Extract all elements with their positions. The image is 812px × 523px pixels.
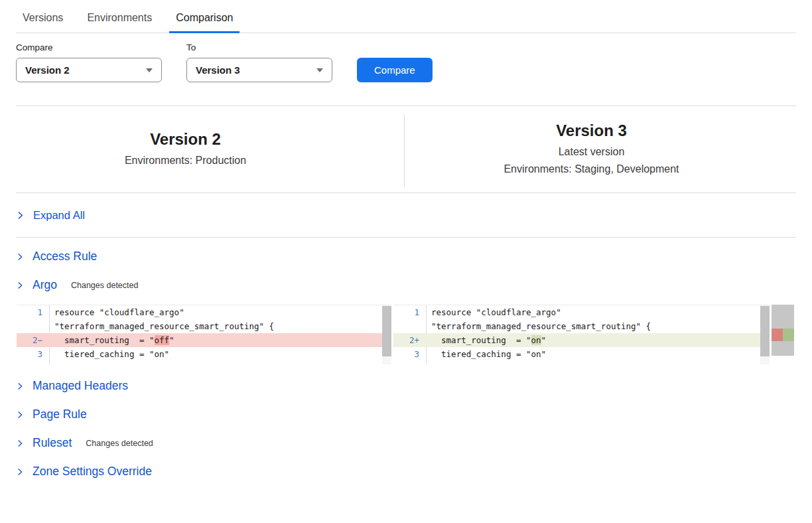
expand-all-label: Expand All — [33, 209, 85, 222]
code-text: } — [50, 361, 60, 364]
vertical-divider — [404, 115, 405, 187]
chevron-right-icon — [16, 281, 24, 289]
tab-bar: Versions Environments Comparison — [16, 0, 796, 33]
diff-line: } — [393, 361, 770, 364]
version-header-right: Version 3 Latest version Environments: S… — [404, 121, 812, 178]
line-number — [393, 361, 427, 364]
chevron-right-icon — [16, 253, 24, 261]
diff-line: } — [17, 361, 391, 364]
chevron-down-icon — [146, 68, 153, 72]
changes-detected-badge: Changes detected — [86, 439, 153, 448]
line-number — [17, 361, 50, 364]
version-left-title: Version 2 — [16, 130, 355, 149]
diff-line: 3 tiered_caching = "on" — [17, 347, 391, 361]
section-ruleset[interactable]: Ruleset Changes detected — [16, 429, 796, 457]
tab-versions[interactable]: Versions — [16, 9, 70, 33]
code-text: tiered_caching = "on" — [50, 347, 169, 361]
diff-minimap[interactable] — [772, 305, 794, 364]
chevron-down-icon — [316, 68, 323, 72]
minimap-added-marker — [783, 329, 794, 341]
line-number: 2+ — [393, 333, 427, 347]
compare-button[interactable]: Compare — [357, 58, 433, 82]
section-zone-settings-override[interactable]: Zone Settings Override — [16, 457, 796, 486]
argo-diff: 1resource "cloudflare_argo""terraform_ma… — [17, 305, 812, 364]
line-number: 1 — [17, 305, 50, 319]
to-version-value: Version 3 — [196, 64, 240, 76]
line-number — [17, 319, 50, 333]
version-right-environments: Environments: Staging, Development — [404, 161, 779, 178]
comparison-page: Versions Environments Comparison Compare… — [0, 0, 812, 523]
diff-panel-left[interactable]: 1resource "cloudflare_argo""terraform_ma… — [17, 305, 391, 364]
line-number: 3 — [393, 347, 427, 361]
compare-version-select[interactable]: Version 2 — [16, 58, 162, 82]
diff-line: 2+ smart_routing = "on" — [393, 333, 770, 347]
code-text: } — [427, 361, 437, 364]
to-label: To — [186, 42, 332, 52]
section-argo[interactable]: Argo Changes detected — [16, 271, 796, 299]
diff-panel-right[interactable]: 1resource "cloudflare_argo""terraform_ma… — [393, 305, 770, 364]
changes-detected-badge: Changes detected — [71, 281, 138, 290]
tab-environments[interactable]: Environments — [80, 9, 159, 33]
to-version-select[interactable]: Version 3 — [186, 58, 332, 82]
code-text: tiered_caching = "on" — [427, 347, 546, 361]
version-right-latest: Latest version — [404, 143, 779, 161]
code-text: smart_routing = "on" — [427, 333, 546, 347]
diff-line: 3 tiered_caching = "on" — [393, 347, 770, 361]
section-label: Access Rule — [33, 250, 97, 263]
section-page-rule[interactable]: Page Rule — [16, 400, 796, 429]
diff-line: 2− smart_routing = "off" — [17, 333, 391, 347]
section-label: Zone Settings Override — [33, 465, 152, 479]
diff-line: "terraform_managed_resource_smart_routin… — [17, 319, 391, 333]
diff-line: "terraform_managed_resource_smart_routin… — [393, 319, 770, 333]
tab-comparison[interactable]: Comparison — [169, 9, 239, 33]
code-text: resource "cloudflare_argo" — [427, 305, 561, 319]
line-number: 2− — [17, 333, 50, 347]
code-text: smart_routing = "off" — [50, 333, 174, 347]
scrollbar-thumb[interactable] — [760, 306, 770, 356]
version-right-title: Version 3 — [404, 121, 779, 140]
version-headers: Version 2 Environments: Production Versi… — [0, 106, 812, 192]
minimap-removed-marker — [772, 329, 783, 341]
to-field: To Version 3 — [186, 42, 332, 82]
chevron-right-icon — [16, 382, 24, 390]
chevron-right-icon — [16, 439, 24, 447]
version-left-environments: Environments: Production — [16, 152, 355, 169]
expand-all-toggle[interactable]: Expand All — [16, 193, 796, 237]
section-list: Access Rule Argo Changes detected 1resou… — [0, 238, 812, 486]
diff-line: 1resource "cloudflare_argo" — [393, 305, 770, 319]
chevron-right-icon — [16, 211, 25, 220]
section-access-rule[interactable]: Access Rule — [16, 242, 796, 271]
line-number: 1 — [393, 305, 427, 319]
chevron-right-icon — [16, 411, 24, 419]
compare-form: Compare Version 2 To Version 3 Compare — [16, 42, 796, 82]
section-label: Managed Headers — [33, 379, 128, 393]
code-text: resource "cloudflare_argo" — [50, 305, 184, 319]
compare-field: Compare Version 2 — [16, 42, 162, 82]
compare-label: Compare — [16, 42, 162, 52]
line-number: 3 — [17, 347, 50, 361]
section-label: Page Rule — [33, 408, 87, 421]
section-managed-headers[interactable]: Managed Headers — [16, 372, 796, 400]
line-number — [393, 319, 427, 333]
code-text: "terraform_managed_resource_smart_routin… — [50, 319, 274, 333]
version-header-left: Version 2 Environments: Production — [0, 130, 404, 169]
section-label: Ruleset — [33, 436, 72, 450]
chevron-right-icon — [16, 468, 24, 476]
compare-version-value: Version 2 — [25, 64, 70, 76]
scrollbar-thumb[interactable] — [382, 306, 391, 356]
section-label: Argo — [33, 278, 57, 292]
diff-line: 1resource "cloudflare_argo" — [17, 305, 391, 319]
code-text: "terraform_managed_resource_smart_routin… — [427, 319, 651, 333]
